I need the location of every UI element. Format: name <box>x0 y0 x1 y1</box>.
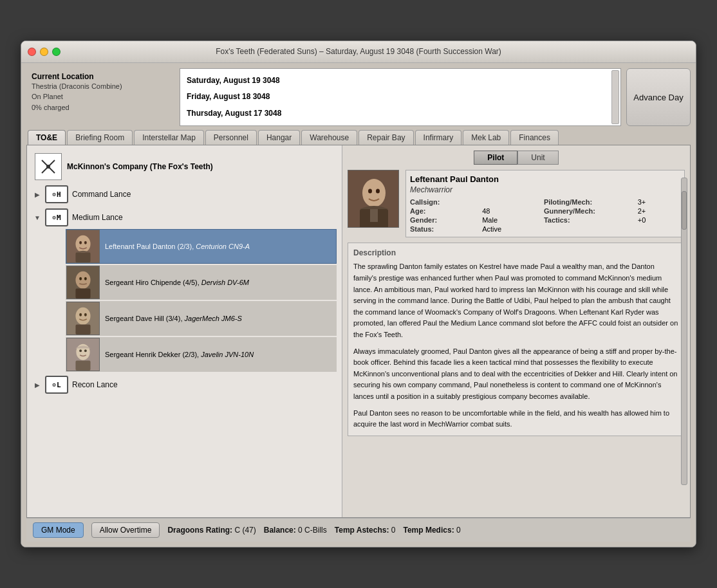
svg-rect-17 <box>75 325 90 335</box>
svg-point-2 <box>46 165 50 169</box>
main-window: Fox's Teeth (Federated Suns) – Saturday,… <box>21 41 696 548</box>
charge-status: 0% charged <box>32 102 169 113</box>
description-scrollbar[interactable] <box>681 178 687 485</box>
tab-interstellar-map[interactable]: Interstellar Map <box>134 130 204 145</box>
status-value: Active <box>482 225 536 233</box>
svg-rect-12 <box>75 289 90 299</box>
piloting-label: Piloting/Mech: <box>544 198 630 206</box>
portrait-dave <box>66 302 100 335</box>
medium-lance-expand[interactable]: ▼ <box>33 214 41 221</box>
dragoons-rating-value: C (47) <box>234 526 256 535</box>
svg-point-14 <box>75 308 90 325</box>
close-button[interactable] <box>28 48 36 56</box>
allow-overtime-button[interactable]: Allow Overtime <box>91 522 160 538</box>
company-header: McKinnon's Company (The Fox's Teeth) <box>32 151 337 183</box>
dragoons-rating-label: Dragoons Rating: <box>167 526 232 535</box>
dragoons-rating-text: Dragoons Rating: C (47) <box>167 526 256 535</box>
company-symbol <box>37 155 60 178</box>
svg-rect-28 <box>370 209 378 222</box>
pilot-photo <box>348 170 399 228</box>
desc-p3: Paul Danton sees no reason to be uncomfo… <box>353 408 679 430</box>
company-icon <box>35 153 62 180</box>
tab-unit[interactable]: Unit <box>517 151 558 165</box>
svg-point-9 <box>75 271 90 289</box>
recon-lance-row: ▶ ⚙L Recon Lance <box>32 373 337 396</box>
advance-day-button[interactable]: Advance Day <box>626 68 691 127</box>
tab-repair-bay[interactable]: Repair Bay <box>358 130 413 145</box>
portrait-paul <box>66 230 100 263</box>
tab-personnel[interactable]: Personnel <box>205 130 257 145</box>
status-label: Status: <box>410 225 474 233</box>
medium-lance-label: Medium Lance <box>72 213 123 222</box>
temp-astechs-text: Temp Astechs: 0 <box>335 526 396 535</box>
tab-hangar[interactable]: Hangar <box>258 130 300 145</box>
svg-point-20 <box>79 350 82 353</box>
temp-astechs-label: Temp Astechs: <box>335 526 389 535</box>
scrollbar-thumb[interactable] <box>682 191 687 230</box>
callsign-label: Callsign: <box>410 198 474 206</box>
command-lance-label: Command Lance <box>72 190 131 199</box>
tab-warehouse[interactable]: Warehouse <box>301 130 357 145</box>
svg-point-5 <box>79 241 82 244</box>
svg-point-16 <box>84 313 87 317</box>
company-name: McKinnon's Company (The Fox's Teeth) <box>67 162 213 171</box>
balance-label: Balance: <box>264 526 296 535</box>
window-controls <box>28 48 61 56</box>
maximize-button[interactable] <box>52 48 61 56</box>
hiro-name: Sergeant Hiro Chipende (4/5), Dervish DV… <box>105 279 249 286</box>
tactics-value: +0 <box>638 216 680 224</box>
tactics-label: Tactics: <box>544 216 630 224</box>
dave-name: Sergeant Dave Hill (3/4), JagerMech JM6-… <box>105 315 242 322</box>
tab-finances[interactable]: Finances <box>510 130 559 145</box>
portrait-henrik <box>66 338 100 371</box>
mech-info-paul: Leftenant Paul Danton (2/3), Centurion C… <box>100 240 255 253</box>
recon-lance-expand[interactable]: ▶ <box>33 381 41 389</box>
mech-row-paul[interactable]: Leftenant Paul Danton (2/3), Centurion C… <box>66 229 337 264</box>
mech-info-dave: Sergeant Dave Hill (3/4), JagerMech JM6-… <box>100 312 247 325</box>
age-label: Age: <box>410 207 474 215</box>
tab-briefing-room[interactable]: Briefing Room <box>67 130 133 145</box>
temp-astechs-value: 0 <box>391 526 396 535</box>
medium-lance-icon: ⚙M <box>45 208 68 226</box>
pilot-role: Mechwarrior <box>410 185 680 194</box>
date-scrollbar[interactable] <box>611 70 619 125</box>
pilot-details-box: Leftenant Paul Danton Mechwarrior Callsi… <box>405 170 685 237</box>
location-panel: Current Location Thestria (Draconis Comb… <box>26 68 174 127</box>
paul-name: Leftenant Paul Danton (2/3), Centurion C… <box>105 243 250 250</box>
content-area: Current Location Thestria (Draconis Comb… <box>21 63 696 547</box>
date-entry-3[interactable]: Thursday, August 17 3048 <box>187 106 614 122</box>
svg-point-4 <box>75 235 90 253</box>
tab-infirmary[interactable]: Infirmary <box>415 130 462 145</box>
svg-point-21 <box>84 350 87 353</box>
date-entry-1[interactable]: Saturday, August 19 3048 <box>187 73 614 89</box>
gm-mode-button[interactable]: GM Mode <box>33 522 84 538</box>
date-entry-2[interactable]: Friday, August 18 3048 <box>187 89 614 106</box>
svg-point-25 <box>368 189 372 194</box>
henrik-name: Sergeant Henrik Dekker (2/3), Javelin JV… <box>105 351 254 358</box>
mech-row-henrik[interactable]: Sergeant Henrik Dekker (2/3), Javelin JV… <box>66 337 337 372</box>
minimize-button[interactable] <box>40 48 48 56</box>
top-section: Current Location Thestria (Draconis Comb… <box>26 68 691 127</box>
gunnery-value: 2+ <box>638 207 680 215</box>
tabs-row: TO&E Briefing Room Interstellar Map Pers… <box>26 130 691 145</box>
medium-lance-row: ▼ ⚙M Medium Lance <box>32 206 337 229</box>
tab-pilot[interactable]: Pilot <box>474 151 517 165</box>
description-box: Description The sprawling Danton family … <box>348 243 685 436</box>
svg-point-24 <box>362 179 386 207</box>
tab-mek-lab[interactable]: Mek Lab <box>463 130 509 145</box>
command-lance-expand[interactable]: ▶ <box>33 190 41 198</box>
mech-row-dave[interactable]: Sergeant Dave Hill (3/4), JagerMech JM6-… <box>66 301 337 336</box>
balance-text: Balance: 0 C-Bills <box>264 526 327 535</box>
svg-point-10 <box>79 277 82 280</box>
pilot-unit-tabs: Pilot Unit <box>348 151 685 165</box>
svg-point-15 <box>79 313 82 317</box>
tab-toe[interactable]: TO&E <box>28 130 66 145</box>
titlebar: Fox's Teeth (Federated Suns) – Saturday,… <box>21 41 696 63</box>
recon-lance-label: Recon Lance <box>72 380 118 389</box>
command-lance-icon: ⚙H <box>45 185 68 203</box>
mech-info-henrik: Sergeant Henrik Dekker (2/3), Javelin JV… <box>100 348 259 361</box>
recon-lance-icon: ⚙L <box>45 376 68 394</box>
toe-panel: McKinnon's Company (The Fox's Teeth) ▶ ⚙… <box>27 145 342 517</box>
balance-value: 0 C-Bills <box>298 526 327 535</box>
mech-row-hiro[interactable]: Sergeant Hiro Chipende (4/5), Dervish DV… <box>66 265 337 300</box>
